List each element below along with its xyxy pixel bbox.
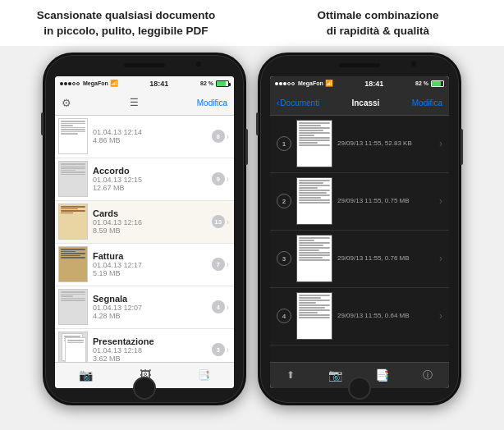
scan-icon-right[interactable]: 📑 bbox=[375, 368, 389, 382]
home-btn-left[interactable] bbox=[133, 377, 156, 400]
screen-right: MegaFon 📶 18:41 82 % ‹ Documenti Incassi bbox=[270, 76, 449, 388]
item-name-4: Fattura bbox=[93, 251, 212, 261]
item-date-6: 01.04.13 12:18 bbox=[93, 346, 212, 355]
scan-icon-left[interactable]: 📑 bbox=[198, 369, 210, 381]
dark-item-info-2: 29/09/13 11:55, 0.75 MB bbox=[337, 196, 439, 206]
item-badge-4: 7 bbox=[212, 258, 225, 271]
list-item[interactable]: Segnala 01.04.13 12:07 4.28 MB 4 › bbox=[55, 286, 234, 329]
list-item[interactable]: Cards 01.04.13 12:16 8.59 MB 13 › bbox=[55, 201, 234, 244]
dark-item-date-4: 29/09/13 11:55, 0.64 MB bbox=[337, 311, 439, 321]
dark-arrow-4: › bbox=[439, 310, 442, 322]
list-info-2: Accordo 01.04.13 12:15 12.67 MB bbox=[93, 166, 212, 192]
list-item[interactable]: Presentazione 01.04.13 12:18 3.62 MB 3 › bbox=[55, 329, 234, 362]
nav-bar-left: ⚙ ☰ Modifica bbox=[55, 91, 234, 116]
list-thumb-2 bbox=[58, 161, 88, 197]
edit-btn-right[interactable]: Modifica bbox=[412, 98, 442, 108]
speaker-right bbox=[339, 63, 380, 67]
dark-num-4: 4 bbox=[277, 309, 291, 323]
phone-left: MegaFon 📶 18:41 82 % ⚙ ☰ Modifica bbox=[43, 53, 246, 405]
item-size-2: 12.67 MB bbox=[93, 184, 212, 192]
back-chevron-right[interactable]: ‹ bbox=[277, 98, 279, 108]
list-info-1: 01.04.13 12:14 4.86 MB bbox=[93, 128, 212, 144]
edit-btn-left[interactable]: Modifica bbox=[197, 98, 227, 108]
dark-arrow-2: › bbox=[439, 195, 442, 207]
list-arrow-1: › bbox=[227, 132, 229, 141]
item-name-6: Presentazione bbox=[93, 336, 212, 346]
item-date-1: 01.04.13 12:14 bbox=[93, 128, 212, 136]
home-btn-right[interactable] bbox=[348, 377, 371, 400]
dark-thumb-1 bbox=[296, 120, 332, 167]
carrier-right: MegaFon bbox=[298, 80, 323, 86]
dark-num-2: 2 bbox=[277, 194, 291, 208]
list-arrow-4: › bbox=[227, 260, 229, 269]
dark-item-date-2: 29/09/13 11:55, 0.75 MB bbox=[337, 196, 439, 206]
item-badge-5: 4 bbox=[212, 300, 225, 313]
list-info-5: Segnala 01.04.13 12:07 4.28 MB bbox=[93, 294, 212, 320]
item-badge-6: 3 bbox=[212, 343, 225, 356]
list-thumb-6 bbox=[58, 332, 88, 362]
info-icon-right[interactable]: ⓘ bbox=[423, 368, 433, 382]
list-item[interactable]: Accordo 01.04.13 12:15 12.67 MB 9 › bbox=[55, 158, 234, 201]
banner-right-text: Ottimale combinazione di rapidità & qual… bbox=[263, 8, 493, 39]
banner-right: Ottimale combinazione di rapidità & qual… bbox=[252, 8, 504, 39]
camera-left bbox=[196, 62, 201, 66]
dark-item-date-1: 29/09/13 11:55, 52.83 KB bbox=[337, 139, 439, 149]
list-arrow-2: › bbox=[227, 175, 229, 184]
active-tab-right: Incassi bbox=[351, 98, 379, 108]
item-size-6: 3.62 MB bbox=[93, 355, 212, 362]
item-size-4: 5.19 MB bbox=[93, 269, 212, 277]
time-left: 18:41 bbox=[149, 80, 168, 88]
gear-icon-left[interactable]: ⚙ bbox=[62, 97, 71, 109]
item-badge-3: 13 bbox=[212, 215, 225, 228]
item-date-5: 01.04.13 12:07 bbox=[93, 304, 212, 312]
item-date-4: 01.04.13 12:17 bbox=[93, 261, 212, 269]
share-icon-right[interactable]: ⬆ bbox=[286, 369, 295, 381]
dark-item-date-3: 29/09/13 11:55, 0.76 MB bbox=[337, 254, 439, 263]
dark-list-item-3[interactable]: 3 29/09/13 11:55, 0.76 MB bbox=[270, 231, 449, 288]
list-info-3: Cards 01.04.13 12:16 8.59 MB bbox=[93, 208, 212, 235]
status-bar-left: MegaFon 📶 18:41 82 % bbox=[55, 76, 234, 91]
item-date-2: 01.04.13 12:15 bbox=[93, 176, 212, 184]
screen-left: MegaFon 📶 18:41 82 % ⚙ ☰ Modifica bbox=[55, 76, 234, 388]
item-badge-2: 9 bbox=[212, 172, 225, 185]
list-info-4: Fattura 01.04.13 12:17 5.19 MB bbox=[93, 251, 212, 277]
dark-item-info-4: 29/09/13 11:55, 0.64 MB bbox=[337, 311, 439, 321]
battery-pct-right: 82 % bbox=[415, 80, 428, 86]
speaker-left bbox=[124, 63, 165, 67]
dark-thumb-2 bbox=[296, 177, 332, 225]
banner-left-text: Scansionate qualsiasi documento in picco… bbox=[11, 8, 241, 39]
screen-content-right: 1 29/09/13 11:55, 52.83 K bbox=[270, 116, 449, 362]
dark-list-item-4[interactable]: 4 29/09/13 11:55, 0.64 MB bbox=[270, 288, 449, 345]
top-banner: Scansionate qualsiasi documento in picco… bbox=[0, 0, 504, 46]
item-name-3: Cards bbox=[93, 208, 212, 218]
dark-num-3: 3 bbox=[277, 251, 291, 266]
list-thumb-4 bbox=[58, 246, 88, 282]
dark-arrow-3: › bbox=[439, 253, 442, 264]
wifi-icon-right: 📶 bbox=[325, 80, 333, 87]
camera-icon-right[interactable]: 📷 bbox=[328, 368, 342, 382]
dark-item-info-1: 29/09/13 11:55, 52.83 KB bbox=[337, 139, 439, 149]
camera-icon-left[interactable]: 📷 bbox=[79, 368, 93, 382]
dark-list-item-2[interactable]: 2 29/09/13 11:55, 0.75 MB bbox=[270, 173, 449, 231]
battery-pct-left: 82 % bbox=[200, 80, 213, 86]
dark-thumb-3 bbox=[296, 235, 332, 282]
dark-arrow-1: › bbox=[439, 138, 442, 149]
status-bar-right: MegaFon 📶 18:41 82 % bbox=[270, 76, 449, 91]
item-size-3: 8.59 MB bbox=[93, 226, 212, 235]
item-date-3: 01.04.13 12:16 bbox=[93, 218, 212, 226]
list-info-6: Presentazione 01.04.13 12:18 3.62 MB bbox=[93, 336, 212, 362]
list-thumb-5 bbox=[58, 289, 88, 325]
item-size-5: 4.28 MB bbox=[93, 312, 212, 320]
banner-left: Scansionate qualsiasi documento in picco… bbox=[0, 8, 252, 39]
time-right: 18:41 bbox=[364, 80, 383, 88]
list-item[interactable]: Fattura 01.04.13 12:17 5.19 MB 7 › bbox=[55, 244, 234, 286]
phone-right: MegaFon 📶 18:41 82 % ‹ Documenti Incassi bbox=[258, 53, 461, 405]
item-name-5: Segnala bbox=[93, 294, 212, 304]
list-arrow-3: › bbox=[227, 217, 229, 226]
dark-item-info-3: 29/09/13 11:55, 0.76 MB bbox=[337, 254, 439, 263]
dark-num-1: 1 bbox=[277, 136, 291, 151]
dark-list-item-1[interactable]: 1 29/09/13 11:55, 52.83 K bbox=[270, 116, 449, 173]
list-item[interactable]: 01.04.13 12:14 4.86 MB 8 › bbox=[55, 116, 234, 158]
back-label-right[interactable]: Documenti bbox=[280, 98, 319, 108]
list-icon-left[interactable]: ☰ bbox=[130, 97, 139, 108]
